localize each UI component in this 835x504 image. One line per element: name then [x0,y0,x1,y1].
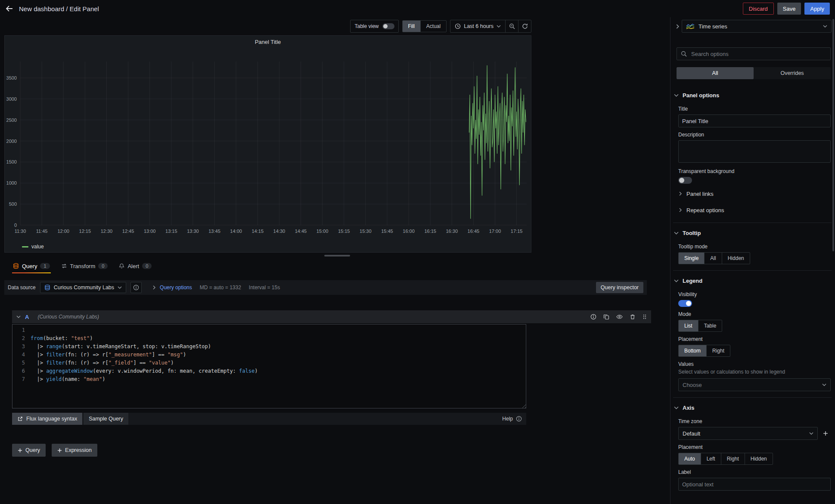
tooltip-mode-hidden[interactable]: Hidden [722,253,750,264]
add-expression-button[interactable]: Expression [52,444,97,457]
tab-all[interactable]: All [677,67,754,79]
legend-visibility-label: Visibility [678,291,831,297]
zoom-out-button[interactable] [505,20,518,32]
fill-option[interactable]: Fill [403,21,421,32]
datasource-help-button[interactable] [130,282,142,293]
axis-label-input[interactable] [678,478,831,491]
datasource-name: Curious Community Labs [54,284,114,291]
legend-placement-right[interactable]: Right [707,345,730,356]
legend-values-select[interactable]: Choose [678,378,831,391]
save-button[interactable]: Save [777,3,801,15]
pane-splitter [4,253,670,259]
axis-placement-hidden[interactable]: Hidden [745,453,773,464]
legend-visibility-toggle[interactable] [678,300,692,307]
apply-button[interactable]: Apply [804,3,830,15]
svg-text:15:45: 15:45 [381,229,393,234]
timezone-select[interactable]: Default [678,427,818,440]
panel-title-input[interactable] [678,114,831,127]
drag-handle-icon[interactable] [643,314,647,320]
discard-button[interactable]: Discard [743,3,774,15]
svg-text:11:30: 11:30 [15,229,26,234]
query-options-toggle[interactable]: Query options MD = auto = 1332 Interval … [152,284,280,291]
collapse-options-button[interactable] [673,20,682,33]
query-count-badge: 1 [40,263,50,269]
svg-text:0: 0 [14,223,17,228]
sample-query-button[interactable]: Sample Query [84,413,128,425]
delete-query-trash-icon[interactable] [630,314,636,320]
add-query-button[interactable]: Query [12,444,46,457]
svg-text:16:45: 16:45 [468,229,480,234]
axis-placement-group: Auto Left Right Hidden [678,453,773,465]
axis-placement-left[interactable]: Left [701,453,721,464]
editor-footer: Flux language syntax Sample Query Help [12,413,526,425]
tab-query[interactable]: Query 1 [12,259,51,273]
transparent-background-toggle[interactable] [678,177,692,184]
flux-syntax-label: Flux language syntax [26,416,77,422]
sidebar-scrollbar[interactable] [832,19,834,251]
query-editor-card: A (Curious Community Labs) 1234567 from(… [12,310,651,425]
top-bar: New dashboard / Edit Panel Discard Save … [0,0,835,17]
time-range-picker[interactable]: Last 6 hours [450,20,505,32]
back-button[interactable] [5,5,13,12]
code-content[interactable]: from(bucket: "test") |> range(start: v.t… [31,326,526,408]
chevron-right-icon [153,285,155,290]
repeat-options-label: Repeat options [686,207,724,213]
panel-links-collapse[interactable]: Panel links [674,187,831,200]
visualization-picker[interactable]: Time series [682,20,832,33]
add-query-label: Query [25,447,40,453]
query-ref-id[interactable]: A [25,314,29,320]
add-timezone-button[interactable] [820,427,831,440]
svg-text:500: 500 [9,201,17,207]
refresh-button[interactable] [518,20,531,32]
query-inspector-button[interactable]: Query inspector [596,282,643,293]
legend-header[interactable]: Legend [674,274,831,287]
svg-text:16:30: 16:30 [446,229,458,234]
query-card-header: A (Curious Community Labs) [12,310,651,323]
axis-placement-auto[interactable]: Auto [679,453,701,464]
table-view-toggle[interactable] [382,23,394,29]
repeat-options-collapse[interactable]: Repeat options [674,204,831,216]
search-options-input[interactable] [690,50,826,58]
splitter-handle[interactable] [324,255,350,257]
datasource-picker[interactable]: Curious Community Labs [40,282,126,293]
tooltip-mode-single[interactable]: Single [679,253,705,264]
datasource-row: Data source Curious Community Labs Query… [4,280,647,295]
transform-icon [61,263,67,269]
database-icon [44,284,50,291]
legend-series-label[interactable]: value [31,244,44,250]
tab-alert[interactable]: Alert 0 [118,259,152,273]
axis-placement-right[interactable]: Right [721,453,745,464]
chevron-right-icon [679,208,682,212]
flux-code-editor[interactable]: 1234567 from(bucket: "test") |> range(st… [12,324,526,408]
description-input[interactable] [678,140,831,163]
actual-option[interactable]: Actual [421,21,446,32]
transparent-background-label: Transparent background [678,168,831,174]
svg-text:3500: 3500 [6,75,17,80]
tooltip-header[interactable]: Tooltip [674,226,831,239]
legend-mode-label: Mode [678,311,831,317]
legend-mode-table[interactable]: Table [698,320,722,331]
plus-icon [18,448,22,453]
panel-options-header[interactable]: Panel options [674,89,831,102]
query-help-icon[interactable] [590,314,596,320]
time-series-chart: 050010001500200025003000350011:3011:4512… [5,47,531,241]
panel-links-label: Panel links [686,191,714,197]
legend-placement-bottom[interactable]: Bottom [679,345,707,356]
tab-transform[interactable]: Transform 0 [60,259,109,273]
chevron-down-icon [823,25,827,28]
axis-header[interactable]: Axis [674,401,831,414]
help-link[interactable]: Help [502,416,526,422]
breadcrumb: New dashboard / Edit Panel [19,5,99,12]
legend-mode-list[interactable]: List [679,320,698,331]
hide-query-eye-icon[interactable] [616,314,623,320]
duplicate-query-icon[interactable] [603,314,609,320]
svg-text:14:15: 14:15 [251,229,264,234]
panel-preview: Panel Title 0500100015002000250030003500… [4,35,531,253]
tooltip-mode-all[interactable]: All [705,253,722,264]
tab-overrides[interactable]: Overrides [754,67,831,79]
svg-text:14:45: 14:45 [295,229,307,234]
legend-placement-group: Bottom Right [678,345,730,357]
time-series-viz-icon [686,24,695,29]
flux-syntax-button[interactable]: Flux language syntax [12,413,82,425]
svg-text:16:15: 16:15 [424,229,436,234]
